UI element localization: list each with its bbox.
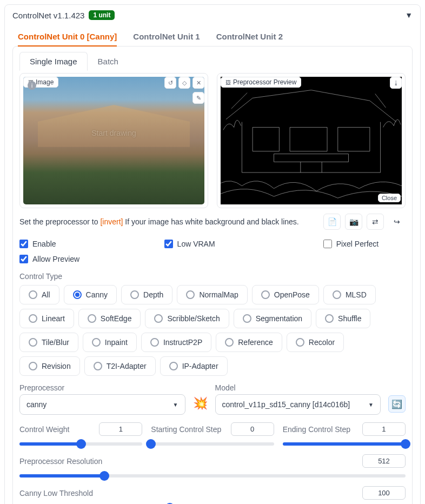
panel-header[interactable]: ControlNet v1.1.423 1 unit ▼ [12, 10, 413, 20]
panel-title: ControlNet v1.1.423 [12, 11, 84, 20]
radio-icon [29, 362, 37, 370]
control-type-depth[interactable]: Depth [121, 285, 172, 304]
unit-tabs: ControlNet Unit 0 [Canny] ControlNet Uni… [12, 28, 413, 47]
erase-icon[interactable]: ◇ [178, 77, 190, 89]
radio-icon [225, 338, 234, 347]
tab-unit-1[interactable]: ControlNet Unit 1 [133, 28, 200, 47]
radio-icon [333, 290, 341, 299]
radio-icon [169, 362, 178, 370]
pixel-perfect-checkbox[interactable]: Pixel Perfect [323, 240, 379, 248]
control-type-all[interactable]: All [19, 285, 59, 304]
control-type-normalmap[interactable]: NormalMap [177, 285, 247, 304]
tab-unit-2[interactable]: ControlNet Unit 2 [216, 28, 283, 47]
canny-low-input[interactable] [362, 486, 406, 500]
control-type-mlsd[interactable]: MLSD [323, 285, 376, 304]
run-preprocessor-icon[interactable]: 💥 [193, 396, 208, 415]
control-type-recolor[interactable]: Recolor [287, 333, 344, 352]
radio-icon [261, 290, 270, 299]
control-weight-input[interactable] [99, 422, 142, 436]
control-type-instructp2p[interactable]: InstructP2P [141, 333, 211, 352]
preprocessor-model-row: Preprocessor canny 💥 Model control_v11p_… [19, 383, 406, 415]
hint-text: Set the preprocessor to [invert] If your… [19, 217, 319, 226]
control-type-shuffle[interactable]: Shuffle [316, 309, 370, 328]
tab-unit-0[interactable]: ControlNet Unit 0 [Canny] [18, 28, 117, 47]
control-weight-slider: Control Weight [19, 422, 142, 446]
start-step-input[interactable] [231, 422, 274, 436]
radio-icon [154, 314, 163, 323]
hint-row: Set the preprocessor to [invert] If your… [19, 214, 406, 230]
model-select[interactable]: control_v11p_sd15_canny [d14c016b] [215, 394, 381, 415]
start-step-slider: Starting Control Step [151, 422, 274, 446]
radio-icon [88, 314, 96, 323]
controlnet-panel: ControlNet v1.1.423 1 unit ▼ ControlNet … [4, 4, 421, 504]
send-up-icon[interactable]: ↪ [388, 214, 406, 230]
collapse-caret-icon[interactable]: ▼ [405, 11, 413, 19]
input-image[interactable]: Start drawing [23, 77, 204, 204]
radio-icon [94, 362, 102, 370]
camera-icon[interactable]: 📷 [345, 214, 362, 230]
unit-count-badge: 1 unit [89, 10, 115, 20]
input-image-pane[interactable]: Image i Start drawing ↺ ◇ ✕ ✎ [19, 73, 208, 208]
control-type-t2i-adapter[interactable]: T2I-Adapter [84, 356, 156, 376]
tab-batch[interactable]: Batch [88, 52, 129, 71]
end-step-slider: Ending Control Step [283, 422, 406, 446]
control-type-revision[interactable]: Revision [19, 356, 80, 376]
draw-overlay-text: Start drawing [91, 129, 136, 137]
radio-icon [186, 290, 195, 299]
low-vram-checkbox[interactable]: Low VRAM [164, 240, 215, 248]
image-mode-tabs: Single Image Batch [19, 52, 406, 71]
brush-icon[interactable]: ✎ [192, 92, 204, 104]
download-icon[interactable]: ⭳ [390, 77, 402, 89]
svg-rect-0 [221, 77, 402, 204]
unit-panel: Single Image Batch Image i Start drawing… [12, 46, 413, 504]
doc-icon[interactable]: 📄 [323, 214, 341, 230]
radio-icon [296, 338, 304, 347]
radio-icon [29, 290, 37, 299]
preprocessor-select[interactable]: canny [19, 394, 185, 415]
control-type-segmentation[interactable]: Segmentation [234, 309, 311, 328]
control-type-openpose[interactable]: OpenPose [252, 285, 319, 304]
invert-link[interactable]: [invert] [100, 217, 123, 226]
pp-resolution-input[interactable] [362, 454, 406, 468]
options-row-1: Enable Low VRAM Pixel Perfect [19, 240, 406, 248]
image-row: Image i Start drawing ↺ ◇ ✕ ✎ Preprocess… [19, 73, 406, 208]
options-row-2: Allow Preview [19, 255, 406, 263]
swap-icon[interactable]: ⇄ [367, 214, 384, 230]
control-type-reference[interactable]: Reference [216, 333, 282, 352]
close-preview-button[interactable]: Close [378, 194, 401, 202]
preview-label: Preprocessor Preview [221, 77, 301, 88]
pp-resolution-slider: Preprocessor Resolution [19, 454, 406, 478]
info-icon[interactable]: i [28, 81, 36, 90]
refresh-models-icon[interactable]: 🔄 [388, 395, 406, 413]
allow-preview-checkbox[interactable]: Allow Preview [19, 255, 79, 263]
undo-icon[interactable]: ↺ [164, 77, 176, 89]
preview-image[interactable] [221, 77, 402, 204]
control-type-canny[interactable]: Canny [64, 285, 117, 304]
weight-step-row: Control Weight Starting Control Step End… [19, 422, 406, 446]
radio-icon [73, 290, 82, 299]
control-type-tile-blur[interactable]: Tile/Blur [19, 333, 78, 352]
radio-icon [29, 314, 37, 323]
control-type-label: Control Type [19, 272, 406, 281]
close-icon[interactable]: ✕ [192, 77, 204, 89]
control-type-group: AllCannyDepthNormalMapOpenPoseMLSDLinear… [19, 285, 406, 376]
control-type-ip-adapter[interactable]: IP-Adapter [160, 356, 228, 376]
model-label: Model [215, 383, 381, 392]
enable-checkbox[interactable]: Enable [19, 240, 56, 248]
control-type-softedge[interactable]: SoftEdge [78, 309, 141, 328]
radio-icon [29, 338, 37, 347]
control-type-scribble-sketch[interactable]: Scribble/Sketch [145, 309, 229, 328]
tab-single-image[interactable]: Single Image [19, 52, 88, 71]
radio-icon [92, 338, 101, 347]
control-type-inpaint[interactable]: Inpaint [83, 333, 137, 352]
radio-icon [150, 338, 159, 347]
end-step-input[interactable] [362, 422, 406, 436]
preview-pane: Preprocessor Preview ⭳ [217, 73, 406, 208]
canny-low-slider: Canny Low Threshold [19, 486, 406, 504]
radio-icon [325, 314, 334, 323]
radio-icon [130, 290, 139, 299]
preprocessor-label: Preprocessor [19, 383, 185, 392]
radio-icon [243, 314, 251, 323]
control-type-lineart[interactable]: Lineart [19, 309, 74, 328]
